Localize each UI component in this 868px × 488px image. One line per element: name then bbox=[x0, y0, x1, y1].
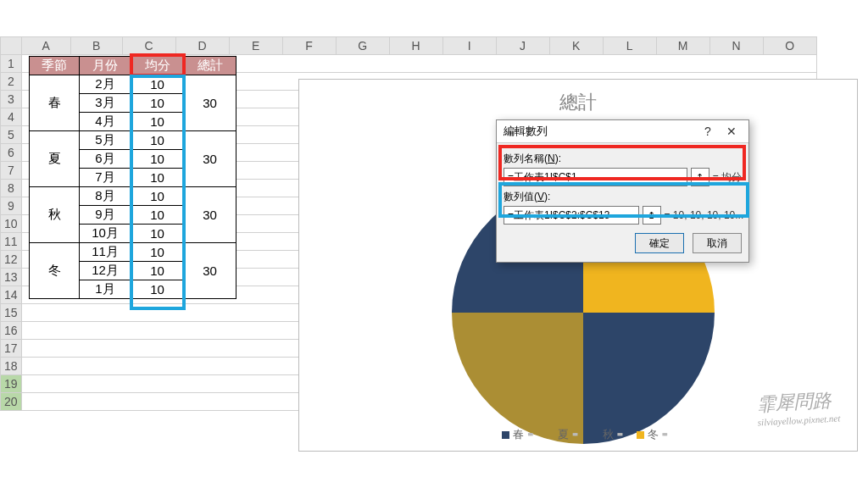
row-1[interactable]: 1 bbox=[1, 55, 22, 73]
row-10[interactable]: 10 bbox=[1, 215, 22, 233]
col-A[interactable]: A bbox=[21, 37, 70, 55]
col-D[interactable]: D bbox=[175, 37, 229, 55]
col-K[interactable]: K bbox=[549, 37, 603, 55]
cell-avg[interactable]: 10 bbox=[131, 206, 184, 225]
row-9[interactable]: 9 bbox=[1, 197, 22, 215]
watermark: 霏犀問路 silviayellow.pixnet.net bbox=[756, 387, 841, 427]
select-all-corner[interactable] bbox=[1, 37, 22, 55]
cell-avg[interactable]: 10 bbox=[131, 187, 184, 206]
cell-month[interactable]: 5月 bbox=[80, 131, 131, 150]
row-8[interactable]: 8 bbox=[1, 180, 22, 197]
cell-avg[interactable]: 10 bbox=[131, 169, 184, 187]
cell-avg[interactable]: 10 bbox=[131, 280, 184, 299]
hdr-month: 月份 bbox=[80, 57, 131, 75]
series-values-input[interactable] bbox=[504, 206, 639, 225]
chart-legend[interactable]: 春▪▪ 夏▪▪ 秋▪▪ 冬▪▪ bbox=[299, 427, 857, 442]
row-13[interactable]: 13 bbox=[1, 269, 22, 286]
cell-month[interactable]: 7月 bbox=[80, 169, 131, 187]
cell-total[interactable]: 30 bbox=[184, 243, 236, 299]
hdr-season: 季節 bbox=[30, 57, 80, 75]
close-icon[interactable]: ✕ bbox=[720, 125, 743, 138]
series-values-label: 數列值(V): bbox=[504, 190, 742, 204]
col-G[interactable]: G bbox=[336, 37, 389, 55]
col-F[interactable]: F bbox=[282, 37, 336, 55]
col-L[interactable]: L bbox=[603, 37, 656, 55]
col-C[interactable]: C bbox=[122, 37, 175, 55]
cell-month[interactable]: 11月 bbox=[80, 243, 131, 262]
cell-month[interactable]: 1月 bbox=[80, 280, 131, 299]
cell-avg[interactable]: 10 bbox=[131, 113, 184, 131]
col-J[interactable]: J bbox=[496, 37, 549, 55]
help-icon[interactable]: ? bbox=[696, 125, 720, 138]
row-7[interactable]: 7 bbox=[1, 162, 22, 180]
chart-title[interactable]: 總計 bbox=[299, 90, 857, 115]
col-H[interactable]: H bbox=[389, 37, 442, 55]
col-O[interactable]: O bbox=[763, 37, 816, 55]
cell-month[interactable]: 9月 bbox=[80, 206, 131, 225]
cell-total[interactable]: 30 bbox=[184, 187, 236, 243]
cell-month[interactable]: 2月 bbox=[80, 75, 131, 94]
cell-month[interactable]: 8月 bbox=[80, 187, 131, 206]
legend-item: 春 bbox=[513, 428, 524, 441]
row-15[interactable]: 15 bbox=[1, 304, 22, 322]
series-values-preview: = 10, 10, 10, 10... bbox=[665, 209, 742, 221]
legend-item: 冬 bbox=[648, 428, 659, 441]
dialog-titlebar[interactable]: 編輯數列 ? ✕ bbox=[497, 120, 748, 143]
cell-season[interactable]: 秋 bbox=[30, 187, 80, 243]
row-3[interactable]: 3 bbox=[1, 91, 22, 108]
row-6[interactable]: 6 bbox=[1, 144, 22, 162]
cell-season[interactable]: 冬 bbox=[30, 243, 80, 299]
cell-season[interactable]: 春 bbox=[30, 75, 80, 131]
cell-season[interactable]: 夏 bbox=[30, 131, 80, 187]
cell-avg[interactable]: 10 bbox=[131, 131, 184, 150]
ok-button[interactable]: 確定 bbox=[635, 233, 684, 253]
cell-avg[interactable]: 10 bbox=[131, 225, 184, 243]
hdr-total: 總計 bbox=[184, 57, 236, 75]
col-N[interactable]: N bbox=[709, 37, 763, 55]
cell-total[interactable]: 30 bbox=[184, 75, 236, 131]
cell-month[interactable]: 10月 bbox=[80, 225, 131, 243]
edit-series-dialog: 編輯數列 ? ✕ 數列名稱(N): ↥ = 均分 數列值(V): ↥ = 10,… bbox=[496, 119, 749, 263]
row-18[interactable]: 18 bbox=[1, 358, 22, 375]
col-I[interactable]: I bbox=[442, 37, 496, 55]
cancel-button[interactable]: 取消 bbox=[693, 233, 742, 253]
row-11[interactable]: 11 bbox=[1, 233, 22, 251]
cell-month[interactable]: 4月 bbox=[80, 113, 131, 131]
cell-avg[interactable]: 10 bbox=[131, 75, 184, 94]
cell-total[interactable]: 30 bbox=[184, 131, 236, 187]
cell-avg[interactable]: 10 bbox=[131, 94, 184, 113]
series-name-input[interactable] bbox=[504, 168, 687, 186]
cell-month[interactable]: 12月 bbox=[80, 262, 131, 280]
row-14[interactable]: 14 bbox=[1, 286, 22, 304]
row-16[interactable]: 16 bbox=[1, 322, 22, 340]
col-M[interactable]: M bbox=[656, 37, 709, 55]
data-table[interactable]: 季節 月份 均分 總計 春 2月 10 30 3月10 4月10 夏 5月 10… bbox=[29, 56, 236, 299]
cell-avg[interactable]: 10 bbox=[131, 243, 184, 262]
col-E[interactable]: E bbox=[229, 37, 282, 55]
row-12[interactable]: 12 bbox=[1, 251, 22, 269]
row-5[interactable]: 5 bbox=[1, 126, 22, 144]
cell-month[interactable]: 3月 bbox=[80, 94, 131, 113]
row-17[interactable]: 17 bbox=[1, 340, 22, 358]
row-19[interactable]: 19 bbox=[1, 375, 22, 393]
row-4[interactable]: 4 bbox=[1, 108, 22, 126]
cell-month[interactable]: 6月 bbox=[80, 150, 131, 169]
collapse-dialog-icon[interactable]: ↥ bbox=[643, 206, 661, 225]
legend-item: 夏 bbox=[558, 428, 569, 441]
cell-avg[interactable]: 10 bbox=[131, 150, 184, 169]
dialog-title: 編輯數列 bbox=[504, 124, 696, 139]
col-B[interactable]: B bbox=[70, 37, 122, 55]
series-name-preview: = 均分 bbox=[713, 170, 742, 185]
cell-avg[interactable]: 10 bbox=[131, 262, 184, 280]
series-name-label: 數列名稱(N): bbox=[504, 152, 742, 166]
row-2[interactable]: 2 bbox=[1, 73, 22, 91]
collapse-dialog-icon[interactable]: ↥ bbox=[691, 168, 709, 186]
row-20[interactable]: 20 bbox=[1, 393, 22, 411]
hdr-avg: 均分 bbox=[131, 57, 184, 75]
legend-item: 秋 bbox=[603, 428, 614, 441]
